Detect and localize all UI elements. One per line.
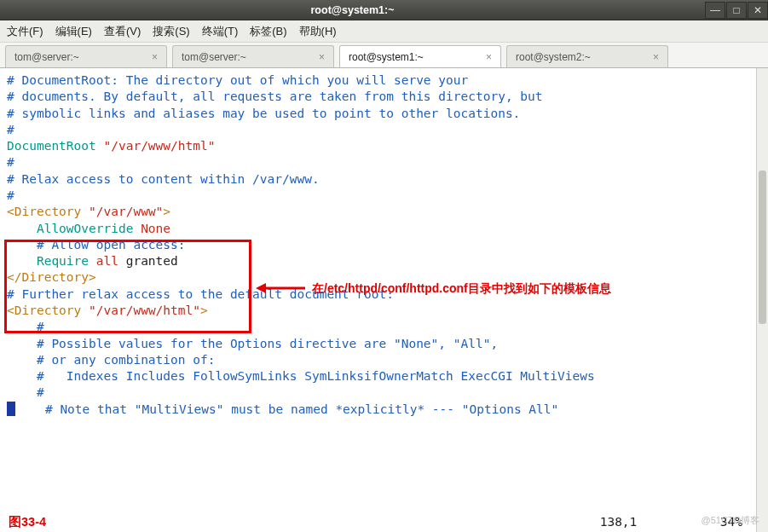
menu-help[interactable]: 帮助(H) bbox=[299, 24, 337, 39]
annotation-arrow: 在/etc/httpd/conf/httpd.conf目录中找到如下的模板信息 bbox=[256, 280, 611, 297]
close-icon[interactable]: × bbox=[646, 51, 659, 63]
config-line: # bbox=[7, 188, 761, 204]
cursor-position: 138,1 bbox=[600, 515, 638, 529]
menu-search[interactable]: 搜索(S) bbox=[153, 24, 189, 39]
terminal-viewport[interactable]: # DocumentRoot: The directory out of whi… bbox=[0, 68, 768, 532]
watermark: @51CTO博客 bbox=[702, 514, 759, 527]
config-line: # documents. By default, all requests ar… bbox=[7, 89, 761, 105]
minimize-button[interactable]: — bbox=[705, 2, 725, 19]
svg-marker-1 bbox=[256, 283, 266, 293]
close-icon[interactable]: × bbox=[145, 51, 158, 63]
tab-label: tom@server:~ bbox=[182, 51, 246, 63]
tab-tom-server-1[interactable]: tom@server:~ × bbox=[5, 45, 167, 67]
config-line: # symbolic links and aliases may be used… bbox=[7, 106, 761, 122]
close-icon[interactable]: × bbox=[479, 51, 492, 63]
config-line: # Indexes Includes FollowSymLinks SymLin… bbox=[7, 368, 761, 385]
tab-tom-server-2[interactable]: tom@server:~ × bbox=[172, 45, 334, 67]
config-line: # Possible values for the Options direct… bbox=[7, 336, 761, 352]
scrollbar[interactable] bbox=[756, 68, 768, 532]
config-line: <Directory "/var/www"> bbox=[7, 204, 761, 220]
config-line: <Directory "/var/www/html"> bbox=[7, 303, 761, 319]
menu-terminal[interactable]: 终端(T) bbox=[202, 24, 239, 39]
menu-file[interactable]: 文件(F) bbox=[7, 24, 43, 39]
config-line: DocumentRoot "/var/www/html" bbox=[7, 138, 761, 154]
menu-tabs[interactable]: 标签(B) bbox=[250, 24, 286, 39]
tab-label: tom@server:~ bbox=[14, 51, 79, 63]
maximize-button[interactable]: □ bbox=[726, 2, 747, 19]
annotation-text: 在/etc/httpd/conf/httpd.conf目录中找到如下的模板信息 bbox=[312, 280, 611, 297]
tab-bar: tom@server:~ × tom@server:~ × root@syste… bbox=[0, 43, 768, 68]
scrollbar-thumb[interactable] bbox=[759, 171, 766, 324]
config-line: # bbox=[7, 385, 761, 401]
config-line: # DocumentRoot: The directory out of whi… bbox=[7, 72, 761, 89]
config-line: # bbox=[7, 319, 761, 335]
figure-caption: 图33-4 bbox=[9, 514, 46, 530]
window-titlebar: root@system1:~ — □ ✕ bbox=[0, 0, 768, 20]
close-button[interactable]: ✕ bbox=[748, 2, 768, 19]
config-line: # bbox=[7, 154, 761, 171]
tab-label: root@system2:~ bbox=[516, 51, 591, 63]
close-icon[interactable]: × bbox=[312, 51, 325, 63]
config-line: # Relax access to content within /var/ww… bbox=[7, 171, 761, 188]
arrow-left-icon bbox=[256, 280, 307, 296]
config-line: # Allow open access: bbox=[7, 237, 761, 253]
window-buttons: — □ ✕ bbox=[705, 2, 768, 19]
config-line: # or any combination of: bbox=[7, 352, 761, 368]
window-title: root@system1:~ bbox=[0, 4, 705, 16]
config-line: # bbox=[7, 122, 761, 138]
menu-view[interactable]: 查看(V) bbox=[104, 24, 141, 39]
menu-bar: 文件(F) 编辑(E) 查看(V) 搜索(S) 终端(T) 标签(B) 帮助(H… bbox=[0, 20, 768, 43]
tab-root-system2[interactable]: root@system2:~ × bbox=[506, 45, 668, 67]
menu-edit[interactable]: 编辑(E) bbox=[55, 24, 92, 39]
config-line: AllowOverride None bbox=[7, 221, 761, 237]
config-line: Require all granted bbox=[7, 253, 761, 269]
tab-label: root@system1:~ bbox=[349, 51, 424, 63]
tab-root-system1[interactable]: root@system1:~ × bbox=[339, 45, 501, 67]
config-line: # Note that "MultiViews" must be named *… bbox=[7, 402, 761, 418]
